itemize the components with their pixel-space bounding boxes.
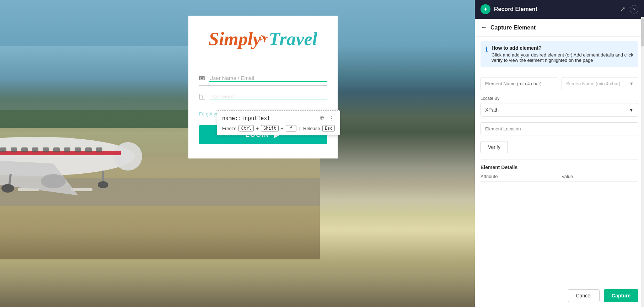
svg-point-8 bbox=[114, 142, 142, 171]
scrollbar[interactable] bbox=[641, 17, 644, 307]
info-box: ℹ How to add element? Click and add your… bbox=[481, 41, 638, 67]
element-name-input[interactable] bbox=[481, 77, 557, 90]
username-row: ✉ bbox=[199, 74, 327, 86]
form-area: Screen Name (min 4 char) ▼ Locate By XPa… bbox=[475, 71, 644, 159]
element-details-section: Element Details Attribute Value bbox=[481, 159, 638, 182]
capture-button[interactable]: Capture bbox=[604, 289, 638, 302]
tooltip-popup: name::inputText ⧉ ⋮ Freeze Ctrl + Shift … bbox=[217, 110, 340, 135]
freeze-label: Freeze bbox=[222, 126, 236, 131]
login-card: Simply ✈ Travel ✉ ⚿ Forgot your password… bbox=[188, 16, 338, 158]
logo-travel: Travel bbox=[269, 28, 317, 49]
svg-rect-20 bbox=[64, 147, 70, 152]
tooltip-action-icons: ⧉ ⋮ bbox=[320, 114, 335, 122]
scroll-spacer bbox=[475, 182, 644, 196]
info-content: How to add element? Click and add your d… bbox=[492, 45, 633, 63]
pipe-separator: | bbox=[299, 126, 300, 131]
panel-title: Record Element bbox=[494, 6, 537, 12]
username-input[interactable] bbox=[209, 75, 327, 82]
svg-rect-16 bbox=[21, 147, 28, 152]
back-button[interactable]: ← bbox=[481, 24, 487, 31]
plus-2: + bbox=[281, 126, 284, 131]
tooltip-more-button[interactable]: ⋮ bbox=[328, 114, 335, 122]
svg-rect-14 bbox=[0, 147, 6, 152]
release-label: Release bbox=[303, 126, 320, 131]
locate-by-section: Locate By XPath ▼ bbox=[481, 96, 638, 117]
scrollbar-thumb[interactable] bbox=[641, 18, 644, 47]
svg-rect-19 bbox=[53, 147, 60, 152]
panel-body: ← Capture Element ℹ How to add element? … bbox=[475, 19, 644, 284]
panel-header: ✦ Record Element ⤢ ? bbox=[475, 0, 644, 19]
section-title: Capture Element bbox=[490, 25, 536, 31]
info-description: Click and add your desired element (or) … bbox=[492, 52, 633, 63]
panel-section-header: ← Capture Element bbox=[475, 19, 644, 37]
screen-name-arrow-icon: ▼ bbox=[629, 81, 634, 86]
panel-footer: Cancel Capture bbox=[475, 284, 644, 307]
key-icon: ⚿ bbox=[199, 93, 206, 101]
svg-rect-18 bbox=[43, 147, 49, 152]
password-row: ⚿ bbox=[199, 93, 327, 104]
element-location-input[interactable] bbox=[481, 122, 638, 135]
svg-rect-23 bbox=[96, 147, 102, 152]
collapse-button[interactable]: ⤢ bbox=[620, 5, 626, 13]
password-input[interactable] bbox=[210, 93, 327, 100]
shift-key: Shift bbox=[261, 125, 279, 131]
svg-point-29 bbox=[98, 181, 108, 188]
plus-1: + bbox=[256, 126, 259, 131]
panel-header-right: ⤢ ? bbox=[620, 5, 638, 14]
help-button[interactable]: ? bbox=[630, 5, 638, 14]
tooltip-header: name::inputText ⧉ ⋮ bbox=[222, 114, 335, 122]
panel-logo: ✦ bbox=[481, 4, 490, 14]
element-location-section bbox=[481, 122, 638, 135]
element-details-title: Element Details bbox=[481, 165, 638, 170]
ctrl-key: Ctrl bbox=[238, 125, 254, 131]
locate-by-dropdown[interactable]: XPath ▼ bbox=[481, 103, 638, 117]
svg-rect-22 bbox=[85, 147, 92, 152]
logo-section: Simply ✈ Travel bbox=[188, 16, 338, 62]
right-panel: ✦ Record Element ⤢ ? ← Capture Element ℹ… bbox=[475, 0, 644, 307]
svg-rect-15 bbox=[11, 147, 17, 152]
email-icon: ✉ bbox=[199, 74, 205, 82]
logo: Simply ✈ Travel bbox=[209, 28, 317, 49]
logo-simply: Simply bbox=[209, 28, 261, 49]
locate-by-label: Locate By bbox=[481, 96, 638, 101]
esc-key: Esc bbox=[322, 125, 335, 131]
attribute-header: Attribute bbox=[481, 174, 557, 179]
svg-rect-17 bbox=[32, 147, 38, 152]
svg-point-25 bbox=[41, 174, 66, 188]
panel-header-left: ✦ Record Element bbox=[481, 4, 537, 14]
cancel-button[interactable]: Cancel bbox=[568, 289, 600, 302]
svg-rect-21 bbox=[75, 147, 81, 152]
screen-name-select[interactable]: Screen Name (min 4 char) ▼ bbox=[562, 77, 638, 90]
details-table-header: Attribute Value bbox=[481, 174, 638, 182]
tooltip-element-name: name::inputText bbox=[222, 115, 270, 122]
name-row: Screen Name (min 4 char) ▼ bbox=[481, 77, 638, 90]
info-icon: ℹ bbox=[485, 45, 488, 63]
verify-button[interactable]: Verify bbox=[481, 141, 508, 153]
svg-point-31 bbox=[1, 184, 14, 193]
verify-section: Verify bbox=[481, 141, 638, 153]
svg-rect-9 bbox=[0, 151, 121, 155]
f-key: f bbox=[286, 125, 296, 131]
locate-by-value: XPath bbox=[485, 107, 499, 113]
tooltip-copy-button[interactable]: ⧉ bbox=[320, 114, 325, 122]
screen-name-placeholder: Screen Name (min 4 char) bbox=[566, 81, 620, 86]
value-header: Value bbox=[562, 174, 638, 179]
info-title: How to add element? bbox=[492, 45, 633, 51]
locate-by-arrow-icon: ▼ bbox=[629, 107, 634, 113]
tooltip-footer: Freeze Ctrl + Shift + f | Release Esc bbox=[222, 125, 335, 131]
